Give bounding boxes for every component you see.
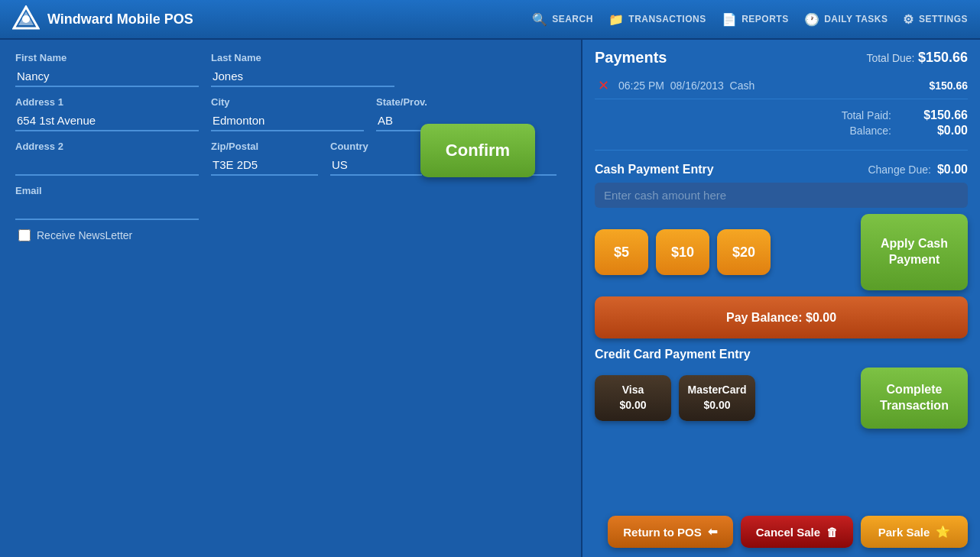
nav-settings[interactable]: ⚙ SETTINGS <box>903 12 968 27</box>
logo-icon <box>12 5 40 33</box>
park-sale-button[interactable]: Park Sale ⭐ <box>861 516 968 548</box>
nav-reports-label: REPORTS <box>741 14 789 24</box>
last-name-label: Last Name <box>211 52 394 63</box>
total-due-value: $150.66 <box>918 50 968 65</box>
left-panel: First Name Last Name Address 1 City Stat… <box>0 40 581 557</box>
nav-daily-tasks-label: DAILY TASKS <box>824 14 888 24</box>
nav-transactions-label: TRANSACTIONS <box>628 14 706 24</box>
cash-20-button[interactable]: $20 <box>717 229 771 275</box>
credit-card-title: Credit Card Payment Entry <box>595 348 751 361</box>
cash-amount-input[interactable] <box>595 183 968 208</box>
total-paid-value: $150.66 <box>907 108 968 122</box>
address2-group: Address 2 <box>15 141 199 176</box>
app-title: Windward Mobile POS <box>47 11 193 28</box>
cash-payment-title: Cash Payment Entry <box>595 163 714 176</box>
payment-type: Cash <box>730 79 755 92</box>
arrow-left-icon: ⬅ <box>708 525 718 539</box>
visa-button[interactable]: Visa$0.00 <box>595 375 671 421</box>
cash-10-button[interactable]: $10 <box>656 229 709 275</box>
address1-group: Address 1 <box>15 96 199 131</box>
nav-search[interactable]: 🔍 SEARCH <box>532 12 593 27</box>
state-label: State/Prov. <box>376 96 468 108</box>
payments-title: Payments <box>595 49 667 66</box>
cash-5-button[interactable]: $5 <box>595 229 648 275</box>
payment-entry-text: 06:25 PM 08/16/2013 Cash <box>618 79 923 92</box>
cc-buttons-container: Visa$0.00 MasterCard$0.00 CompleteTransa… <box>595 368 968 429</box>
app-logo: Windward Mobile POS <box>12 5 532 33</box>
pay-balance-row: Pay Balance: $0.00 <box>595 296 968 338</box>
first-name-input[interactable] <box>15 66 199 87</box>
change-due-row: Change Due: $0.00 <box>868 163 968 176</box>
address2-input[interactable] <box>15 155 199 176</box>
address1-label: Address 1 <box>15 96 199 108</box>
email-row: Email <box>15 185 566 220</box>
gear-icon: ⚙ <box>903 12 914 27</box>
last-name-input[interactable] <box>211 66 394 87</box>
zip-input[interactable] <box>211 155 318 176</box>
cancel-sale-button[interactable]: Cancel Sale 🗑 <box>741 516 853 548</box>
main-container: First Name Last Name Address 1 City Stat… <box>0 40 980 557</box>
payment-entry-row: ✕ 06:25 PM 08/16/2013 Cash $150.66 <box>595 73 968 99</box>
return-to-pos-button[interactable]: Return to POS ⬅ <box>608 516 733 548</box>
address2-label: Address 2 <box>15 141 199 152</box>
balance-value: $0.00 <box>907 124 968 138</box>
address1-input[interactable] <box>15 111 199 131</box>
total-paid-row: Total Paid: $150.66 <box>842 108 968 122</box>
payment-entry-amount: $150.66 <box>929 79 968 92</box>
trash-icon: 🗑 <box>826 526 838 539</box>
header-nav: 🔍 SEARCH 📁 TRANSACTIONS 📄 REPORTS 🕐 DAIL… <box>532 12 968 27</box>
country-input[interactable] <box>330 155 422 176</box>
country-group: Country <box>330 141 422 176</box>
payments-header: Payments Total Due: $150.66 <box>595 49 968 66</box>
total-paid-label: Total Paid: <box>842 109 891 121</box>
divider-1 <box>595 150 968 151</box>
confirm-button[interactable]: Confirm <box>420 124 535 177</box>
cancel-sale-label: Cancel Sale <box>756 526 820 539</box>
change-due-label: Change Due: <box>868 164 931 176</box>
star-icon: ⭐ <box>936 525 950 539</box>
email-input[interactable] <box>15 199 199 220</box>
total-due-label: Total Due: <box>866 52 914 64</box>
credit-card-header: Credit Card Payment Entry <box>595 348 968 361</box>
first-name-label: First Name <box>15 52 199 63</box>
right-panel: Payments Total Due: $150.66 ✕ 06:25 PM 0… <box>581 40 980 557</box>
name-row: First Name Last Name <box>15 52 566 87</box>
email-group: Email <box>15 185 199 220</box>
first-name-group: First Name <box>15 52 199 87</box>
newsletter-row: Receive NewsLetter <box>18 229 566 241</box>
return-to-pos-label: Return to POS <box>623 526 702 539</box>
nav-transactions[interactable]: 📁 TRANSACTIONS <box>608 12 706 27</box>
payment-time: 06:25 PM <box>618 79 664 92</box>
balance-row: Balance: $0.00 <box>850 124 968 138</box>
pay-balance-button[interactable]: Pay Balance: $0.00 <box>595 296 968 338</box>
mastercard-button[interactable]: MasterCard$0.00 <box>679 375 755 421</box>
change-due-value: $0.00 <box>937 163 968 176</box>
newsletter-checkbox[interactable] <box>18 229 31 241</box>
city-group: City <box>211 96 364 131</box>
nav-reports[interactable]: 📄 REPORTS <box>722 12 789 27</box>
last-name-group: Last Name <box>211 52 394 87</box>
nav-settings-label: SETTINGS <box>919 14 968 24</box>
cash-buttons-row: $5 $10 $20 Apply CashPayment <box>595 214 968 290</box>
nav-search-label: SEARCH <box>552 14 593 24</box>
reports-icon: 📄 <box>722 12 738 27</box>
folder-icon: 📁 <box>608 12 625 27</box>
park-sale-label: Park Sale <box>878 526 930 539</box>
balance-label: Balance: <box>850 125 891 137</box>
nav-daily-tasks[interactable]: 🕐 DAILY TASKS <box>804 12 888 27</box>
remove-payment-button[interactable]: ✕ <box>595 77 612 94</box>
apply-cash-button[interactable]: Apply CashPayment <box>861 214 968 290</box>
totals-section: Total Paid: $150.66 Balance: $0.00 <box>595 105 968 141</box>
country-label: Country <box>330 141 422 152</box>
city-label: City <box>211 96 364 108</box>
zip-group: Zip/Postal <box>211 141 318 176</box>
payment-date: 08/16/2013 <box>670 79 724 92</box>
header: Windward Mobile POS 🔍 SEARCH 📁 TRANSACTI… <box>0 0 980 40</box>
bottom-bar: Return to POS ⬅ Cancel Sale 🗑 Park Sale … <box>595 513 968 548</box>
newsletter-label: Receive NewsLetter <box>37 229 132 241</box>
city-input[interactable] <box>211 111 364 131</box>
svg-point-2 <box>22 15 30 23</box>
complete-transaction-button[interactable]: CompleteTransaction <box>861 368 968 429</box>
email-label: Email <box>15 185 199 196</box>
zip-label: Zip/Postal <box>211 141 318 152</box>
